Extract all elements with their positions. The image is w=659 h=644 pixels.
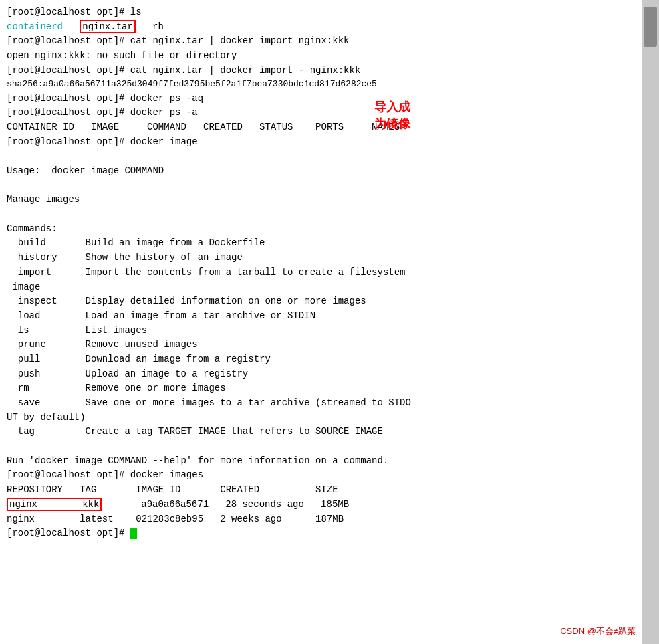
line-import-cmd: [root@localhost opt]# cat nginx.tar | do… xyxy=(7,64,635,78)
line-cmd-import-cont: image xyxy=(7,280,635,295)
line-ls-output: containerd nginx.tar rh xyxy=(7,20,635,35)
line-ps-header: CONTAINER ID IMAGE COMMAND CREATED STATU… xyxy=(7,120,635,135)
line-docker-images-cmd: [root@localhost opt]# docker images xyxy=(7,468,635,483)
line-usage: Usage: docker image COMMAND xyxy=(7,164,635,179)
line-cmd-load: load Load an image from a tar archive or… xyxy=(7,309,635,324)
line-blank2 xyxy=(7,179,635,193)
csdn-watermark: CSDN @不会≠趴菜 xyxy=(560,625,636,637)
line-cmd-save: save Save one or more images to a tar ar… xyxy=(7,396,635,411)
line-import-fail-cmd: [root@localhost opt]# cat nginx.tar | do… xyxy=(7,34,635,49)
line-images-header: REPOSITORY TAG IMAGE ID CREATED SIZE xyxy=(7,483,635,498)
line-nginx-latest: nginx latest 021283c8eb95 2 weeks ago 18… xyxy=(7,512,635,527)
line-cmd-build: build Build an image from a Dockerfile xyxy=(7,236,635,251)
line-cmd-push: push Upload an image to a registry xyxy=(7,367,635,382)
line-cmd-ls: ls List images xyxy=(7,324,635,338)
line-commands-header: Commands: xyxy=(7,222,635,237)
line-cmd-pull: pull Download an image from a registry xyxy=(7,352,635,367)
line-nginx-kkk: nginx kkk a9a0a66a5671 28 seconds ago 18… xyxy=(7,498,635,512)
scrollbar-thumb[interactable] xyxy=(644,7,657,47)
cursor xyxy=(130,528,137,539)
line-final-prompt: [root@localhost opt]# xyxy=(7,526,635,541)
line-ps-a: [root@localhost opt]# docker ps -a xyxy=(7,106,635,120)
line-ps-aq: [root@localhost opt]# docker ps -aq xyxy=(7,92,635,106)
line-cmd-inspect: inspect Display detailed information on … xyxy=(7,294,635,309)
annotation-text: 导入成 为镜像 xyxy=(374,99,410,132)
line-docker-image-cmd: [root@localhost opt]# docker image xyxy=(7,135,635,150)
line-sha: sha256:a9a0a66a56711a325d3049f7fed3795be… xyxy=(7,78,635,91)
line-blank1 xyxy=(7,149,635,164)
terminal: [root@localhost opt]# ls containerd ngin… xyxy=(0,0,642,644)
line-cmd-prune: prune Remove unused images xyxy=(7,338,635,352)
line-manage: Manage images xyxy=(7,193,635,207)
line-cmd-import: import Import the contents from a tarbal… xyxy=(7,265,635,280)
line-cmd-tag: tag Create a tag TARGET_IMAGE that refer… xyxy=(7,425,635,439)
scrollbar[interactable] xyxy=(642,0,659,644)
line-ls-cmd: [root@localhost opt]# ls xyxy=(7,5,635,20)
line-cmd-history: history Show the history of an image xyxy=(7,251,635,265)
line-run-help: Run 'docker image COMMAND --help' for mo… xyxy=(7,454,635,469)
line-blank4 xyxy=(7,439,635,454)
line-cmd-rm: rm Remove one or more images xyxy=(7,381,635,396)
line-blank3 xyxy=(7,207,635,222)
line-import-fail-output: open nginx:kkk: no such file or director… xyxy=(7,49,635,64)
line-cmd-save-cont: UT by default) xyxy=(7,411,635,425)
